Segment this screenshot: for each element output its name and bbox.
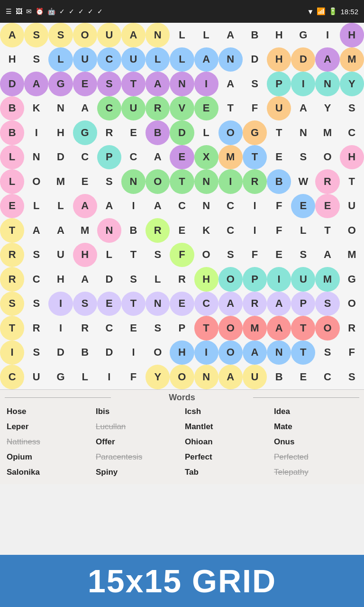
grid-cell[interactable]: A xyxy=(315,243,339,267)
grid-cell[interactable]: I xyxy=(121,340,146,365)
grid-cell[interactable]: T xyxy=(291,316,315,340)
grid-cell[interactable]: H xyxy=(170,340,194,365)
grid-cell[interactable]: A xyxy=(218,365,243,389)
grid-cell[interactable]: T xyxy=(121,292,146,316)
grid-cell[interactable]: M xyxy=(73,218,97,243)
grid-cell[interactable]: N xyxy=(170,72,194,96)
grid-cell[interactable]: R xyxy=(24,316,48,340)
grid-cell[interactable]: G xyxy=(48,365,73,389)
grid-cell[interactable]: S xyxy=(24,47,48,72)
grid-cell[interactable]: N xyxy=(194,365,218,389)
grid-cell[interactable]: L xyxy=(0,145,24,170)
grid-cell[interactable]: S xyxy=(24,292,48,316)
grid-cell[interactable]: S xyxy=(24,23,48,47)
grid-cell[interactable]: H xyxy=(0,47,24,72)
grid-cell[interactable]: S xyxy=(315,292,339,316)
grid-cell[interactable]: Y xyxy=(146,365,170,389)
grid-cell[interactable]: V xyxy=(170,96,194,121)
grid-cell[interactable]: K xyxy=(24,96,48,121)
grid-cell[interactable]: L xyxy=(194,120,218,145)
grid-cell[interactable]: C xyxy=(170,194,194,219)
grid-cell[interactable]: C xyxy=(121,145,146,170)
grid-cell[interactable]: H xyxy=(73,243,97,267)
grid-cell[interactable]: L xyxy=(73,365,97,389)
grid-cell[interactable]: F xyxy=(267,218,291,243)
grid-cell[interactable]: D xyxy=(243,47,267,72)
grid-cell[interactable]: A xyxy=(218,292,243,316)
grid-cell[interactable]: L xyxy=(24,194,48,219)
grid-cell[interactable]: L xyxy=(146,267,170,292)
grid-cell[interactable]: I xyxy=(0,340,24,365)
grid-cell[interactable]: G xyxy=(243,120,267,145)
grid-cell[interactable]: X xyxy=(194,145,218,170)
grid-cell[interactable]: I xyxy=(243,218,267,243)
grid-cell[interactable]: B xyxy=(146,120,170,145)
grid-cell[interactable]: H xyxy=(267,23,291,47)
grid-cell[interactable]: A xyxy=(48,218,73,243)
grid-cell[interactable]: A xyxy=(73,267,97,292)
grid-cell[interactable]: I xyxy=(48,292,73,316)
grid-cell[interactable]: M xyxy=(340,243,364,267)
grid-cell[interactable]: S xyxy=(340,96,364,121)
grid-cell[interactable]: D xyxy=(97,340,121,365)
grid-cell[interactable]: O xyxy=(315,145,339,170)
grid-cell[interactable]: A xyxy=(24,72,48,96)
grid-cell[interactable]: H xyxy=(48,267,73,292)
grid-cell[interactable]: N xyxy=(146,23,170,47)
grid-cell[interactable]: E xyxy=(315,194,339,219)
grid-cell[interactable]: S xyxy=(48,23,73,47)
grid-cell[interactable]: P xyxy=(97,145,121,170)
grid-cell[interactable]: P xyxy=(267,72,291,96)
grid-cell[interactable]: E xyxy=(267,243,291,267)
grid-cell[interactable]: I xyxy=(218,169,243,194)
grid-cell[interactable]: I xyxy=(315,23,339,47)
grid-cell[interactable]: B xyxy=(267,169,291,194)
grid-cell[interactable]: A xyxy=(291,96,315,121)
grid-cell[interactable]: E xyxy=(121,316,146,340)
grid-cell[interactable]: S xyxy=(24,243,48,267)
grid-cell[interactable]: A xyxy=(121,23,146,47)
grid-cell[interactable]: H xyxy=(194,267,218,292)
grid-cell[interactable]: R xyxy=(243,292,267,316)
grid-cell[interactable]: M xyxy=(48,169,73,194)
grid-cell[interactable]: N xyxy=(24,145,48,170)
grid-cell[interactable]: A xyxy=(73,96,97,121)
grid-cell[interactable]: E xyxy=(194,96,218,121)
grid-cell[interactable]: S xyxy=(97,72,121,96)
grid-cell[interactable]: S xyxy=(146,316,170,340)
grid-cell[interactable]: L xyxy=(0,169,24,194)
grid-cell[interactable]: T xyxy=(291,340,315,365)
grid-cell[interactable]: R xyxy=(243,169,267,194)
grid-cell[interactable]: A xyxy=(146,72,170,96)
grid-cell[interactable]: S xyxy=(291,145,315,170)
grid-cell[interactable]: H xyxy=(48,120,73,145)
grid-cell[interactable]: R xyxy=(170,267,194,292)
grid-cell[interactable]: S xyxy=(243,72,267,96)
grid-cell[interactable]: N xyxy=(218,47,243,72)
grid-cell[interactable]: Y xyxy=(315,96,339,121)
grid-cell[interactable]: T xyxy=(121,72,146,96)
grid-cell[interactable]: D xyxy=(170,120,194,145)
grid-cell[interactable]: O xyxy=(146,169,170,194)
grid-cell[interactable]: U xyxy=(121,47,146,72)
grid-cell[interactable]: T xyxy=(267,120,291,145)
grid-cell[interactable]: C xyxy=(0,365,24,389)
grid-cell[interactable]: N xyxy=(97,218,121,243)
grid-cell[interactable]: B xyxy=(243,23,267,47)
grid-cell[interactable]: A xyxy=(146,194,170,219)
grid-cell[interactable]: R xyxy=(340,316,364,340)
grid-cell[interactable]: W xyxy=(291,169,315,194)
grid-cell[interactable]: L xyxy=(146,47,170,72)
grid-cell[interactable]: C xyxy=(97,316,121,340)
grid-cell[interactable]: O xyxy=(340,218,364,243)
grid-cell[interactable]: C xyxy=(97,47,121,72)
grid-cell[interactable]: O xyxy=(315,316,339,340)
grid-cell[interactable]: U xyxy=(243,365,267,389)
grid-cell[interactable]: T xyxy=(170,169,194,194)
grid-cell[interactable]: A xyxy=(194,47,218,72)
grid-cell[interactable]: L xyxy=(170,47,194,72)
grid-cell[interactable]: H xyxy=(340,23,364,47)
grid-cell[interactable]: T xyxy=(340,169,364,194)
grid-cell[interactable]: O xyxy=(24,169,48,194)
grid-cell[interactable]: N xyxy=(194,194,218,219)
